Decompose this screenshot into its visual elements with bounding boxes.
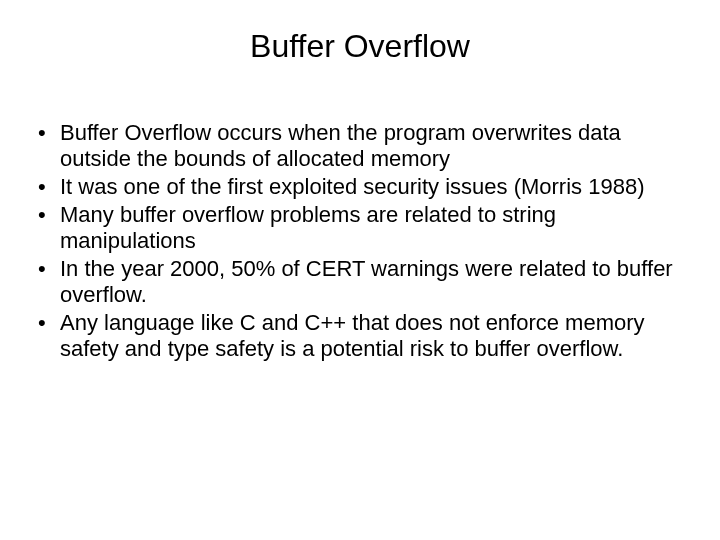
list-item: It was one of the first exploited securi… bbox=[30, 174, 690, 200]
slide: Buffer Overflow Buffer Overflow occurs w… bbox=[0, 0, 720, 540]
list-item: In the year 2000, 50% of CERT warnings w… bbox=[30, 256, 690, 308]
list-item: Buffer Overflow occurs when the program … bbox=[30, 120, 690, 172]
bullet-list: Buffer Overflow occurs when the program … bbox=[30, 120, 690, 362]
list-item: Many buffer overflow problems are relate… bbox=[30, 202, 690, 254]
slide-title: Buffer Overflow bbox=[30, 28, 690, 65]
list-item: Any language like C and C++ that does no… bbox=[30, 310, 690, 362]
